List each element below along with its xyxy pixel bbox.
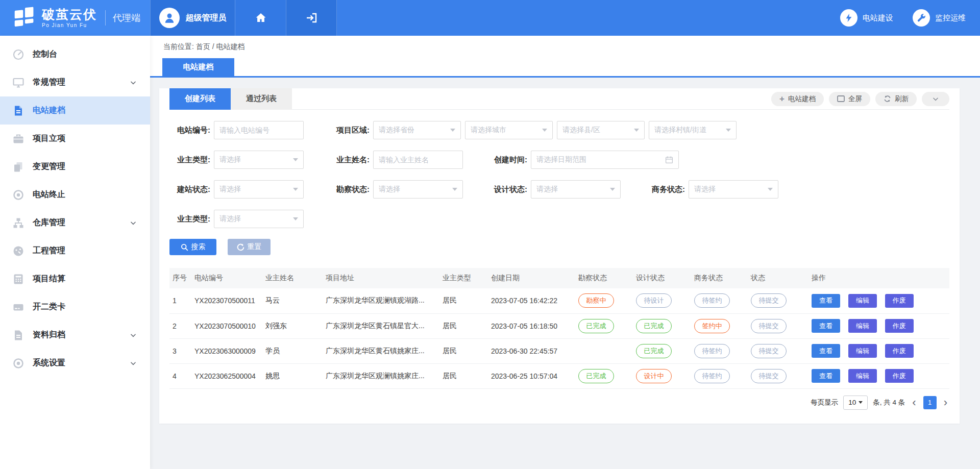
owner-name-input[interactable] <box>373 151 463 169</box>
survey-status-select[interactable]: 请选择 <box>373 180 463 199</box>
owner-type2-select[interactable]: 请选择 <box>214 210 304 228</box>
collapse-toolbar-button[interactable] <box>922 92 949 106</box>
county-select[interactable]: 请选择县/区 <box>557 121 645 139</box>
caret-down-icon <box>452 188 457 191</box>
breadcrumb-prefix: 当前位置: <box>163 42 194 51</box>
sidebar-item-warehouse-mgmt[interactable]: 仓库管理 <box>0 209 150 237</box>
city-select[interactable]: 请选择城市 <box>465 121 553 139</box>
refresh-button[interactable]: 刷新 <box>875 92 917 106</box>
col-owner-type: 业主类型 <box>439 268 488 288</box>
filter-form: 电站编号: 项目区域: 请选择省份 请选择城市 请选择县/区 <box>169 121 949 228</box>
sidebar-item-console[interactable]: 控制台 <box>0 40 150 68</box>
filter-actions: 搜索 重置 <box>169 239 949 255</box>
void-button[interactable]: 作废 <box>885 319 914 333</box>
quick-link-label: 监控运维 <box>935 13 966 23</box>
table-row: 2 YX2023070500010 刘强东 广东深圳龙华区黄石镇星官大... 居… <box>169 313 949 338</box>
province-select[interactable]: 请选择省份 <box>373 121 461 139</box>
table-row: 1 YX2023070500011 马云 广东深圳龙华区观澜镇观湖路... 居民… <box>169 288 949 313</box>
logout-button[interactable] <box>286 0 337 36</box>
business-status-badge: 待签约 <box>694 369 730 383</box>
chevron-down-icon <box>130 360 137 367</box>
user-icon <box>163 11 176 24</box>
owner-type-placeholder: 请选择 <box>219 155 290 164</box>
brand-title: 破茧云伏 <box>42 8 97 22</box>
sidebar-item-engineering-mgmt[interactable]: 工程管理 <box>0 237 150 265</box>
sidebar-item-label: 电站建档 <box>33 105 65 116</box>
next-page-button[interactable]: › <box>942 397 949 408</box>
fullscreen-button[interactable]: 全屏 <box>829 92 870 106</box>
view-button[interactable]: 查看 <box>812 294 840 308</box>
void-button[interactable]: 作废 <box>885 369 914 383</box>
reset-button[interactable]: 重置 <box>228 239 271 255</box>
per-page-value: 10 <box>848 399 856 406</box>
view-button[interactable]: 查看 <box>812 319 840 333</box>
col-project-address: 项目地址 <box>323 268 439 288</box>
sidebar-item-change-mgmt[interactable]: 变更管理 <box>0 153 150 181</box>
tab-passed-list[interactable]: 通过列表 <box>231 88 292 110</box>
cell-index: 2 <box>169 313 191 338</box>
business-status-select[interactable]: 请选择 <box>689 180 778 199</box>
total-count-label: 条, 共 4 条 <box>873 398 905 407</box>
search-button[interactable]: 搜索 <box>169 239 216 255</box>
user-menu[interactable]: 超级管理员 <box>150 0 235 36</box>
edit-button[interactable]: 编辑 <box>848 294 877 308</box>
date-range-placeholder: 请选择日期范围 <box>536 155 665 164</box>
sidebar-item-data-archive[interactable]: 资料归档 <box>0 321 150 349</box>
per-page-select[interactable]: 10 <box>843 396 868 410</box>
prev-page-button[interactable]: ‹ <box>910 397 918 408</box>
breadcrumb-home-link[interactable]: 首页 <box>196 42 210 51</box>
username: 超级管理员 <box>186 13 227 23</box>
page-number-button[interactable]: 1 <box>923 396 937 409</box>
sidebar-item-project-settlement[interactable]: 项目结算 <box>0 265 150 293</box>
void-button[interactable]: 作废 <box>885 344 914 358</box>
filter-row-2: 业主类型: 请选择 业主姓名: 创建时间: 请选择日期范围 <box>169 151 949 169</box>
design-status-select[interactable]: 请选择 <box>531 180 621 199</box>
survey-status-placeholder: 请选择 <box>379 185 449 194</box>
date-range-picker[interactable]: 请选择日期范围 <box>531 151 679 169</box>
col-business-status: 商务状态 <box>691 268 748 288</box>
station-code-input[interactable] <box>214 121 304 139</box>
cell-station-code: YX2023070500011 <box>191 288 262 313</box>
view-button[interactable]: 查看 <box>812 344 840 358</box>
calculator-icon <box>12 273 24 285</box>
quick-link-station-build[interactable]: 电站建设 <box>840 9 893 27</box>
sidebar-item-general-mgmt[interactable]: 常规管理 <box>0 68 150 96</box>
sidebar-item-label: 开二类卡 <box>33 302 65 312</box>
sidebar-item-card-type2[interactable]: 开二类卡 <box>0 293 150 321</box>
sidebar-item-station-terminate[interactable]: 电站终止 <box>0 181 150 209</box>
sidebar-item-project-initiation[interactable]: 项目立项 <box>0 125 150 153</box>
page-tab-station-archive[interactable]: 电站建档 <box>162 58 234 76</box>
build-status-select[interactable]: 请选择 <box>214 180 304 199</box>
edit-button[interactable]: 编辑 <box>848 344 877 358</box>
cell-station-code: YX2023063000009 <box>191 338 262 363</box>
cell-station-code: YX2023070500010 <box>191 313 262 338</box>
search-icon <box>181 243 188 251</box>
sidebar-item-station-archive[interactable]: 电站建档 <box>0 96 150 125</box>
sidebar-item-system-settings[interactable]: 系统设置 <box>0 349 150 377</box>
edit-button[interactable]: 编辑 <box>848 369 877 383</box>
view-button[interactable]: 查看 <box>812 369 840 383</box>
copy-icon <box>12 161 24 173</box>
home-button[interactable] <box>235 0 286 36</box>
create-station-button[interactable]: + 电站建档 <box>771 92 824 106</box>
sidebar-item-label: 资料归档 <box>33 330 65 340</box>
brand-text: 破茧云伏 Po Jian Yun Fu <box>42 8 97 29</box>
owner-type-select[interactable]: 请选择 <box>214 151 304 169</box>
caret-down-icon <box>293 188 298 191</box>
caret-down-icon <box>726 129 731 132</box>
topbar: 破茧云伏 Po Jian Yun Fu 代理端 超级管理员 <box>0 0 980 36</box>
design-status-label: 设计状态: <box>486 185 527 194</box>
cell-owner-type: 居民 <box>439 338 488 363</box>
logout-icon <box>305 12 317 24</box>
sidebar: 控制台 常规管理 电站建档 <box>0 36 150 469</box>
tab-create-list[interactable]: 创建列表 <box>169 88 231 110</box>
status-badge: 待提交 <box>751 319 787 333</box>
region-label: 项目区域: <box>329 126 370 135</box>
edit-button[interactable]: 编辑 <box>848 319 877 333</box>
town-select[interactable]: 请选择村镇/街道 <box>649 121 737 139</box>
void-button[interactable]: 作废 <box>885 294 914 308</box>
sitemap-icon <box>12 217 24 229</box>
status-badge: 待提交 <box>751 293 787 308</box>
quick-link-monitor-ops[interactable]: 监控运维 <box>913 9 966 27</box>
cell-index: 1 <box>169 288 191 313</box>
